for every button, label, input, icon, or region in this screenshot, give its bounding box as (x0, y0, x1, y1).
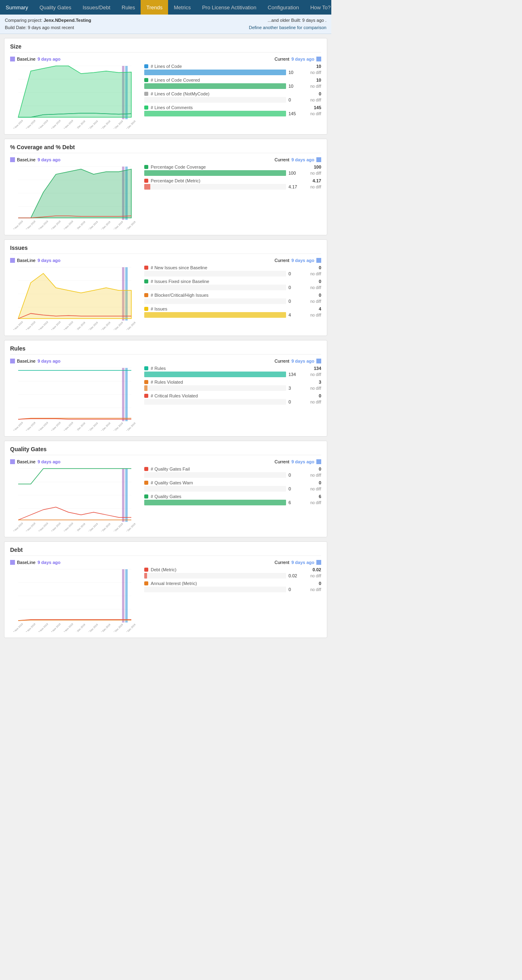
svg-text:22 Nov 2019: 22 Nov 2019 (25, 220, 36, 229)
metric-header-1: # Lines of Code Covered 10 (144, 78, 321, 82)
metric-header-0: # Quality Gates Fail 0 (144, 467, 321, 471)
metric-label-0: # New Issues since Baseline (151, 265, 316, 270)
metric-header-0: # Rules 134 (144, 366, 321, 371)
metric-bar-label-1: 0 (288, 285, 301, 290)
svg-text:24 Nov 2019: 24 Nov 2019 (50, 522, 61, 531)
metric-label-1: Annual Interest (Metric) (151, 581, 316, 586)
nav-item-how-to?[interactable]: How To? (305, 0, 331, 15)
nav-item-summary[interactable]: Summary (0, 0, 34, 15)
metric-value-1: 4.17 (313, 178, 321, 183)
coverage-chart: 22 Nov 201922 Nov 201923 Nov 201924 Nov … (10, 165, 139, 229)
metric-bar-label-3: 4 (288, 313, 301, 317)
rules-chart: 22 Nov 201922 Nov 201923 Nov 201924 Nov … (10, 366, 139, 431)
metric-dot-1 (144, 380, 148, 384)
nav-item-trends[interactable]: Trends (141, 0, 168, 15)
coverage-title: % Coverage and % Debt (10, 144, 321, 153)
metric-bar-row-1: 0 no diff (144, 486, 321, 492)
svg-text:23 Nov 2019: 23 Nov 2019 (37, 119, 49, 129)
current-text: Current (274, 359, 289, 363)
metric-bar-container-1 (144, 184, 286, 190)
metric-header-1: Percentage Debt (Metric) 4.17 (144, 178, 321, 183)
baseline-current-header: BaseLine 9 days ago Current 9 days ago (10, 560, 321, 565)
metric-bar-row-3: 4 no diff (144, 312, 321, 318)
metric-nodiff-0: no diff (303, 70, 321, 75)
metric-bar-label-0: 0 (288, 473, 301, 477)
rules-metrics: # Rules 134 134 no diff # Rules Violated… (144, 366, 321, 431)
svg-text:22 Nov 2019: 22 Nov 2019 (25, 119, 36, 129)
metric-dot-2 (144, 293, 148, 297)
metric-bar-container-0 (144, 472, 286, 478)
metric-nodiff-2: no diff (303, 98, 321, 102)
baseline-label: BaseLine 9 days ago (10, 157, 61, 162)
metric-bar-row-0: 134 no diff (144, 372, 321, 377)
svg-text:1 Dec 2019: 1 Dec 2019 (75, 120, 86, 129)
svg-text:3 Dec 2019: 3 Dec 2019 (100, 220, 111, 229)
metric-value-2: 0 (319, 293, 321, 298)
svg-text:3 Dec 2019: 3 Dec 2019 (113, 220, 123, 229)
metric-row-1: Annual Interest (Metric) 0 0 no diff (144, 581, 321, 592)
current-bar-icon (316, 359, 321, 363)
define-baseline-link[interactable]: Define another baseline for comparison (249, 25, 326, 30)
metric-header-0: Percentage Code Coverage 100 (144, 165, 321, 169)
metric-dot-1 (144, 279, 148, 283)
metric-bar-label-2: 0 (288, 399, 301, 404)
metric-row-1: # Rules Violated 3 3 no diff (144, 380, 321, 391)
svg-text:22 Nov 2019: 22 Nov 2019 (12, 119, 23, 129)
debt-body: 22 Nov 201922 Nov 201923 Nov 201924 Nov … (10, 567, 321, 632)
svg-text:23 Nov 2019: 23 Nov 2019 (37, 421, 49, 431)
metric-bar-row-3: 145 no diff (144, 111, 321, 116)
baseline-date: 9 days ago (38, 57, 61, 61)
metric-value-0: 0.02 (313, 567, 321, 572)
metric-bar-label-1: 4.17 (288, 184, 301, 189)
nav-item-issues/debt[interactable]: Issues/Debt (77, 0, 116, 15)
metric-value-2: 0 (319, 91, 321, 96)
metric-label-1: # Lines of Code Covered (151, 78, 314, 82)
metric-nodiff-1: no diff (303, 386, 321, 391)
metric-bar-label-0: 10 (288, 70, 301, 75)
current-label: Current 9 days ago (274, 57, 321, 61)
metric-header-0: # Lines of Code 10 (144, 64, 321, 69)
metric-label-2: # Lines of Code (NotMyCode) (151, 91, 316, 96)
current-text: Current (274, 57, 289, 61)
current-label: Current 9 days ago (274, 459, 321, 464)
issues-body: 22 Nov 201922 Nov 201923 Nov 201924 Nov … (10, 265, 321, 330)
metric-label-0: # Quality Gates Fail (151, 467, 316, 471)
nav-item-rules[interactable]: Rules (116, 0, 141, 15)
metric-bar-container-2 (144, 399, 286, 405)
metric-bar-label-0: 134 (288, 372, 301, 377)
size-metrics: # Lines of Code 10 10 no diff # Lines of… (144, 64, 321, 129)
svg-text:1 Dec 2019: 1 Dec 2019 (75, 220, 86, 229)
build-date: Build Date: 9 days ago most recent (5, 24, 91, 32)
current-text: Current (274, 459, 289, 464)
svg-text:24 Nov 2019: 24 Nov 2019 (62, 421, 74, 431)
baseline-date: 9 days ago (38, 560, 61, 565)
qualitygates-chart: 22 Nov 201922 Nov 201923 Nov 201924 Nov … (10, 467, 139, 531)
nav-item-quality-gates[interactable]: Quality Gates (34, 0, 77, 15)
metric-row-2: # Critical Rules Violated 0 0 no diff (144, 393, 321, 405)
project-info: Comparing project: Jenx.NDepend.Testing … (5, 17, 91, 31)
metric-dot-2 (144, 92, 148, 96)
debt-chart: 22 Nov 201922 Nov 201923 Nov 201924 Nov … (10, 567, 139, 632)
metric-bar-container-1 (144, 83, 286, 89)
issues-title: Issues (10, 245, 321, 254)
svg-text:3 Dec 2019: 3 Dec 2019 (100, 623, 111, 632)
current-date: 9 days ago (291, 57, 314, 61)
metric-bar-label-2: 6 (288, 500, 301, 505)
metric-value-1: 0 (319, 480, 321, 485)
current-bar-icon (316, 57, 321, 61)
metric-value-2: 6 (319, 494, 321, 499)
metric-dot-0 (144, 366, 148, 370)
nav-item-metrics[interactable]: Metrics (168, 0, 196, 15)
nav-item-configuration[interactable]: Configuration (262, 0, 305, 15)
metric-header-3: # Issues 4 (144, 306, 321, 311)
metric-nodiff-1: no diff (303, 84, 321, 89)
metric-nodiff-1: no diff (303, 487, 321, 491)
current-label: Current 9 days ago (274, 157, 321, 162)
section-debt: Debt BaseLine 9 days ago Current 9 days … (4, 541, 327, 638)
section-size: Size BaseLine 9 days ago Current 9 days … (4, 38, 327, 135)
metric-bar-row-1: 0 no diff (144, 587, 321, 592)
nav-item-pro-license-actitivation[interactable]: Pro License Actitivation (196, 0, 262, 15)
baseline-current-header: BaseLine 9 days ago Current 9 days ago (10, 157, 321, 162)
baseline-date: 9 days ago (38, 359, 61, 363)
metric-bar-container-0 (144, 372, 286, 377)
